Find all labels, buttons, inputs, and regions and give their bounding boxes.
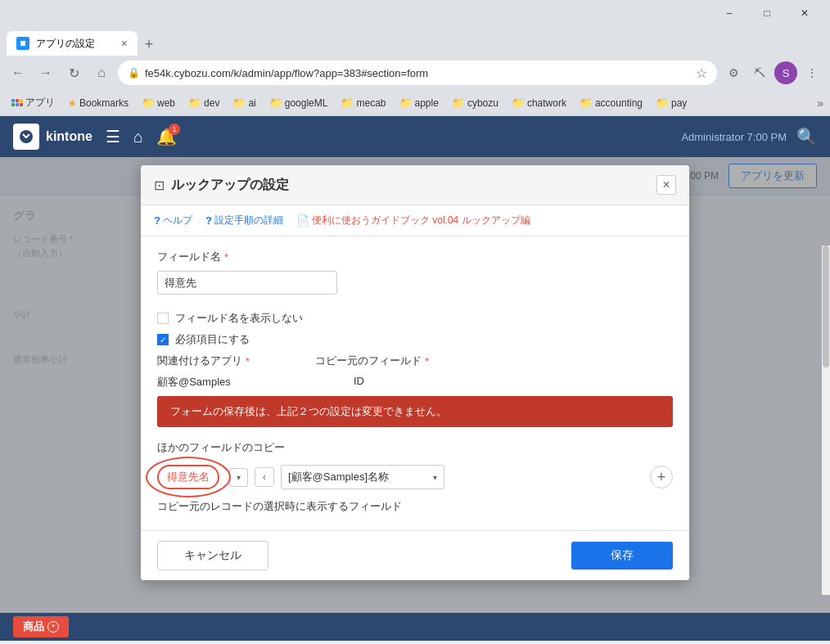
bookmark-accounting-label: accounting	[595, 97, 643, 109]
dest-dropdown-arrow-icon: ▾	[237, 473, 241, 482]
check-mark-icon: ✓	[160, 336, 166, 345]
page-background: kintone ☰ ⌂ 🔔 1 Administrator 7:00 PM 🔍 …	[0, 116, 830, 641]
bookmark-pay[interactable]: 📁 pay	[651, 95, 692, 110]
field-name-input[interactable]	[157, 271, 337, 295]
kintone-brand: kintone	[46, 129, 92, 144]
address-bar: ← → ↻ ⌂ 🔒 fe54k.cybozu.com/k/admin/app/f…	[0, 56, 830, 90]
home-nav-icon[interactable]: ⌂	[133, 128, 143, 146]
copy-source-col-label: コピー元のフィールド *	[315, 354, 429, 368]
setup-question-icon: ?	[205, 214, 212, 227]
kintone-logo-icon	[13, 124, 39, 150]
notification-icon[interactable]: 🔔 1	[156, 127, 177, 146]
hide-field-name-label[interactable]: フィールド名を表示しない	[175, 311, 303, 326]
bookmark-dev-label: dev	[204, 97, 219, 109]
bookmark-accounting[interactable]: 📁 accounting	[575, 95, 647, 110]
bookmark-cybozu-label: cybozu	[467, 97, 498, 109]
bookmark-apple-label: apple	[415, 97, 439, 109]
modal-title: ルックアップの設定	[171, 177, 656, 194]
bookmark-chatwork-label: chatwork	[527, 97, 566, 109]
back-button[interactable]: ←	[7, 61, 29, 84]
bottom-bar: 商品 *	[0, 613, 830, 641]
bookmark-chatwork[interactable]: 📁 chatwork	[507, 95, 571, 110]
more-menu-icon[interactable]: ⋮	[801, 61, 823, 84]
search-icon[interactable]: 🔍	[796, 127, 817, 146]
bookmark-apps[interactable]: アプリ	[7, 94, 60, 111]
add-copy-field-button[interactable]: +	[650, 466, 673, 489]
field-name-section: フィールド名 *	[157, 250, 673, 295]
folder-icon-googleML: 📁	[269, 97, 282, 109]
modal-footer: キャンセル 保存	[141, 530, 689, 580]
bookmark-mecab-label: mecab	[356, 97, 386, 109]
folder-icon-mecab: 📁	[341, 97, 354, 109]
home-button[interactable]: ⌂	[90, 61, 113, 84]
copy-field-row: 得意先名 ▾ ‹ [顧客@Samples]名称 ▾	[157, 465, 673, 489]
warning-banner: フォームの保存後は、上記２つの設定は変更できません。	[157, 396, 673, 427]
active-tab[interactable]: アプリの設定 ×	[7, 31, 138, 56]
browser-action-icons: ⚙ ⛏ S ⋮	[722, 61, 823, 84]
help-question-icon: ?	[154, 214, 160, 227]
bookmark-googleML[interactable]: 📁 googleML	[264, 95, 333, 110]
doc-icon: 📄	[296, 214, 309, 227]
bookmark-web[interactable]: 📁 web	[137, 95, 180, 110]
bookmark-apple[interactable]: 📁 apple	[395, 95, 444, 110]
modal-overlay: ⊡ ルックアップの設定 × ? ヘルプ ? 設定手順の詳細	[0, 157, 830, 641]
tab-close-button[interactable]: ×	[121, 37, 128, 50]
bookmark-googleML-label: googleML	[285, 97, 328, 109]
bookmark-ai[interactable]: 📁 ai	[228, 95, 260, 110]
minimize-button[interactable]: –	[710, 0, 748, 26]
setup-detail-link[interactable]: ? 設定手順の詳細	[205, 214, 283, 227]
title-bar: – □ ✕	[0, 0, 830, 26]
copy-source-field-select[interactable]: [顧客@Samples]名称 ▾	[281, 465, 444, 489]
related-app-required-mark: *	[246, 355, 250, 367]
display-section-title: コピー元のレコードの選択時に表示するフィールド	[157, 499, 673, 514]
profile-icon[interactable]: S	[774, 61, 797, 84]
bookmark-pay-label: pay	[671, 97, 687, 109]
folder-icon-chatwork: 📁	[512, 97, 525, 109]
hide-field-name-row: フィールド名を表示しない	[157, 311, 673, 326]
bookmark-web-label: web	[157, 97, 175, 109]
tab-title: アプリの設定	[36, 37, 95, 51]
copy-section-title: ほかのフィールドのコピー	[157, 440, 673, 455]
bookmark-star-icon2: ★	[68, 97, 77, 109]
two-col-values: 顧客@Samples ID	[157, 375, 673, 390]
dest-field-dropdown-btn[interactable]: ▾	[229, 468, 248, 487]
maximize-button[interactable]: □	[748, 0, 786, 26]
reload-button[interactable]: ↻	[62, 61, 85, 84]
hide-field-name-checkbox[interactable]	[157, 313, 169, 324]
bookmark-apps-label: アプリ	[25, 96, 55, 110]
url-bar[interactable]: 🔒 fe54k.cybozu.com/k/admin/app/flow?app=…	[118, 61, 717, 85]
cancel-button[interactable]: キャンセル	[157, 541, 268, 570]
guide-book-link[interactable]: 📄 便利に使おうガイドブック vol.04 ルックアップ編	[296, 214, 530, 227]
folder-icon-dev: 📁	[188, 97, 201, 109]
new-tab-button[interactable]: +	[138, 33, 160, 56]
forward-button[interactable]: →	[34, 61, 57, 84]
bookmarks-more-button[interactable]: »	[817, 97, 823, 110]
folder-icon-accounting: 📁	[580, 97, 593, 109]
required-checkbox[interactable]: ✓	[157, 334, 169, 345]
bookmark-cybozu[interactable]: 📁 cybozu	[447, 95, 503, 110]
source-dropdown-arrow-icon: ▾	[433, 473, 437, 482]
required-label[interactable]: 必須項目にする	[175, 332, 250, 347]
folder-icon-apple: 📁	[399, 97, 413, 109]
bottom-product-tab[interactable]: 商品 *	[13, 616, 69, 637]
modal-close-button[interactable]: ×	[656, 175, 676, 195]
bookmark-dev[interactable]: 📁 dev	[183, 95, 224, 110]
hamburger-icon[interactable]: ☰	[106, 127, 120, 146]
copy-dest-field-select[interactable]: 得意先名	[157, 465, 219, 489]
copy-dest-field-container: 得意先名	[157, 465, 219, 489]
close-button[interactable]: ✕	[786, 0, 823, 26]
modal-help-bar: ? ヘルプ ? 設定手順の詳細 📄 便利に使おうガイドブック vol.04 ルッ…	[141, 205, 689, 236]
extensions-icon[interactable]: ⛏	[748, 61, 771, 84]
bookmark-star-icon[interactable]: ☆	[696, 65, 707, 81]
settings-icon[interactable]: ⚙	[722, 61, 745, 84]
notification-badge: 1	[169, 124, 180, 135]
tab-bar: アプリの設定 × +	[0, 26, 830, 56]
bookmark-mecab[interactable]: 📁 mecab	[336, 95, 390, 110]
save-button[interactable]: 保存	[571, 542, 673, 570]
copy-source-required-mark: *	[425, 355, 429, 367]
swap-arrow-button[interactable]: ‹	[255, 467, 274, 487]
help-link[interactable]: ? ヘルプ	[154, 214, 192, 227]
related-app-col-label: 関連付けるアプリ *	[157, 354, 250, 368]
related-app-value: 顧客@Samples	[157, 375, 288, 390]
bookmark-bookmarks[interactable]: ★ Bookmarks	[63, 96, 133, 110]
